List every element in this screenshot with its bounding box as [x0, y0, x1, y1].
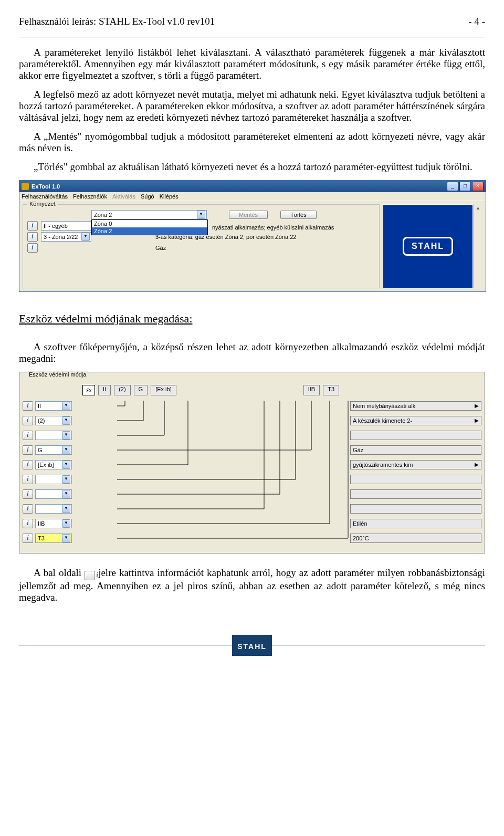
environment-combo-value: Zóna 2	[94, 212, 112, 218]
info-icon[interactable]: i	[23, 431, 33, 440]
app-icon	[22, 183, 29, 190]
param-combo[interactable]: IIB▼	[35, 519, 72, 528]
param-row: i▼	[23, 474, 117, 485]
protection-mode-panel: Eszköz védelmi módja Ɛx II (2) G [Ex ib]…	[19, 372, 485, 553]
param-combo[interactable]: (2)▼	[35, 416, 72, 425]
delete-button[interactable]: Törlés	[280, 211, 317, 219]
window-title: ExTool 1.0	[32, 183, 447, 190]
param-row: iT3▼	[23, 533, 117, 544]
doc-header-right: - 4 -	[468, 16, 485, 27]
param-combo-value: G	[38, 447, 43, 453]
chevron-down-icon[interactable]: ▼	[62, 505, 70, 513]
param-combo[interactable]: ▼	[35, 489, 72, 499]
chip: IIB	[303, 385, 320, 395]
param-combo-2-value: 3 - Zóna 2/22	[44, 234, 78, 240]
stahl-logo: STAHL	[403, 237, 453, 256]
chevron-down-icon[interactable]: ▼	[62, 519, 70, 528]
chevron-down-icon[interactable]: ▼	[197, 211, 205, 219]
vertical-scrollbar[interactable]: ▲	[473, 204, 482, 288]
dropdown-option-2[interactable]: Zóna 2	[92, 227, 207, 235]
param-combo-value: T3	[38, 535, 45, 541]
info-icon[interactable]: i	[23, 489, 33, 499]
param-combo[interactable]: G▼	[35, 445, 72, 455]
more-icon: ▶	[475, 461, 479, 469]
param-combo-1-value: II - egyéb	[44, 223, 68, 229]
chevron-down-icon[interactable]: ▼	[62, 534, 70, 542]
info-icon[interactable]: i	[23, 475, 33, 484]
param-combo[interactable]: T3▼	[35, 534, 72, 543]
param-row: iG▼	[23, 445, 117, 455]
environment-dropdown-list[interactable]: Zóna 0 Zóna 2	[91, 220, 208, 235]
chevron-down-icon[interactable]: ▼	[62, 475, 70, 484]
param-combo-value: II	[38, 403, 41, 409]
scroll-up-icon[interactable]: ▲	[476, 205, 480, 211]
minimize-button[interactable]: _	[447, 182, 458, 191]
param-combo[interactable]: ▼	[35, 475, 72, 484]
info-icon[interactable]: i	[27, 221, 38, 231]
param-combo[interactable]: II▼	[35, 401, 72, 411]
paragraph-4: „Törlés" gombbal az aktuálisan látható k…	[19, 161, 485, 173]
paragraph-5: A szoftver főképernyőjén, a középső rész…	[19, 341, 485, 364]
info-icon[interactable]: i	[23, 519, 33, 528]
info-icon[interactable]: i	[23, 504, 33, 514]
menu-exit[interactable]: Kilépés	[160, 193, 178, 200]
stahl-logo-panel: STAHL	[383, 204, 473, 288]
protection-summary-row: Ɛx II (2) G [Ex ib] IIB T3	[82, 385, 481, 395]
param-combo-value: [Ex ib]	[38, 462, 54, 468]
param-row: i▼	[23, 430, 117, 441]
save-button[interactable]: Mentés	[229, 211, 268, 219]
chevron-down-icon[interactable]: ▼	[62, 431, 70, 440]
info-icon[interactable]: i	[23, 445, 33, 455]
chevron-down-icon[interactable]: ▼	[62, 416, 70, 425]
titlebar[interactable]: ExTool 1.0 _ □ ×	[19, 181, 486, 192]
chip: [Ex ib]	[151, 385, 176, 395]
paragraph-6: A bal oldali i jelre kattintva informáci…	[19, 567, 485, 603]
param-row: iIIB▼	[23, 518, 117, 529]
param-combo[interactable]: ▼	[35, 431, 72, 440]
info-icon[interactable]: i	[27, 232, 38, 242]
menu-activate: Aktiválás	[112, 193, 135, 200]
param-description	[350, 504, 481, 514]
param-description: 200°C	[350, 534, 481, 543]
chevron-down-icon[interactable]: ▼	[62, 461, 70, 469]
dropdown-option-1[interactable]: Zóna 0	[92, 220, 207, 227]
param-combo-2[interactable]: 3 - Zóna 2/22 ▼	[41, 232, 91, 242]
page-footer: STAHL	[19, 635, 485, 656]
chip: II	[98, 385, 111, 395]
more-icon: ▶	[475, 416, 479, 425]
param-combo-value: IIB	[38, 520, 45, 527]
maximize-button[interactable]: □	[459, 182, 471, 191]
chevron-down-icon[interactable]: ▼	[81, 233, 90, 241]
info-icon[interactable]: i	[27, 243, 38, 253]
param-combo[interactable]: [Ex ib]▼	[35, 460, 72, 469]
close-button[interactable]: ×	[472, 182, 484, 191]
chevron-down-icon[interactable]: ▼	[62, 490, 70, 498]
more-icon: ▶	[475, 402, 479, 410]
menu-bar: Felhasználóváltás Felhasználók Aktiválás…	[19, 192, 486, 201]
environment-group: Környezet Zóna 2 ▼ Mentés Törlés Zóna 0 …	[23, 204, 380, 288]
menu-help[interactable]: Súgó	[141, 193, 154, 200]
doc-header-left: Felhasználói leírás: STAHL Ex-Tool v1.0 …	[19, 16, 215, 27]
chip: T3	[323, 385, 339, 395]
param-desc-3: Gáz	[155, 245, 166, 251]
param-combo-value: (2)	[38, 417, 45, 424]
info-icon[interactable]: i	[23, 534, 33, 543]
chevron-down-icon[interactable]: ▼	[62, 402, 70, 410]
param-combo[interactable]: ▼	[35, 504, 72, 514]
menu-user-switch[interactable]: Felhasználóváltás	[22, 193, 68, 200]
menu-users[interactable]: Felhasználók	[73, 193, 107, 200]
info-icon[interactable]: i	[23, 460, 33, 469]
info-icon[interactable]: i	[23, 416, 33, 425]
protection-group-label: Eszköz védelmi módja	[27, 371, 88, 378]
chevron-down-icon[interactable]: ▼	[62, 446, 70, 454]
environment-combo[interactable]: Zóna 2 ▼	[91, 210, 207, 220]
param-combo-1[interactable]: II - egyéb	[41, 221, 91, 231]
paragraph-1: A paramétereket lenyíló listákból lehet …	[19, 47, 485, 81]
header-rule	[19, 37, 485, 37]
param-description: Etilén	[350, 519, 481, 528]
chip: G	[134, 385, 148, 395]
param-row: i▼	[23, 489, 117, 499]
param-description: gyújtószikramentes kim▶	[350, 460, 481, 469]
info-icon[interactable]: i	[23, 401, 33, 411]
param-row: iII▼	[23, 401, 117, 411]
